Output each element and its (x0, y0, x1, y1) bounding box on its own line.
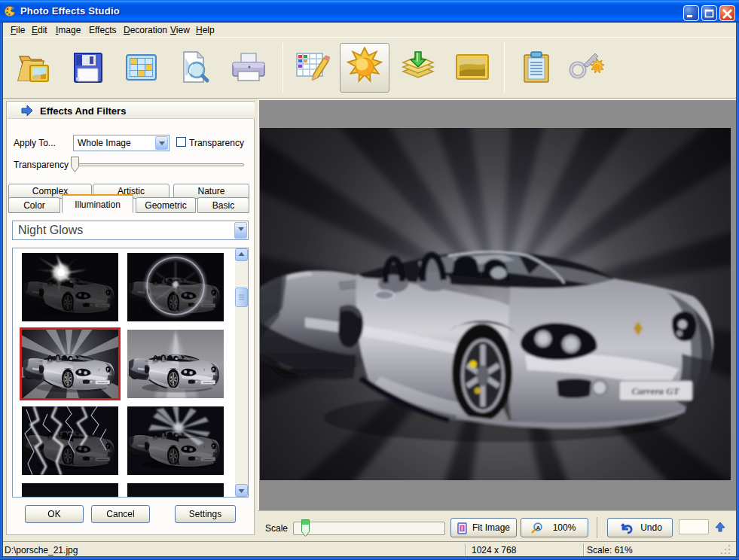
svg-text:A: A (536, 525, 541, 531)
